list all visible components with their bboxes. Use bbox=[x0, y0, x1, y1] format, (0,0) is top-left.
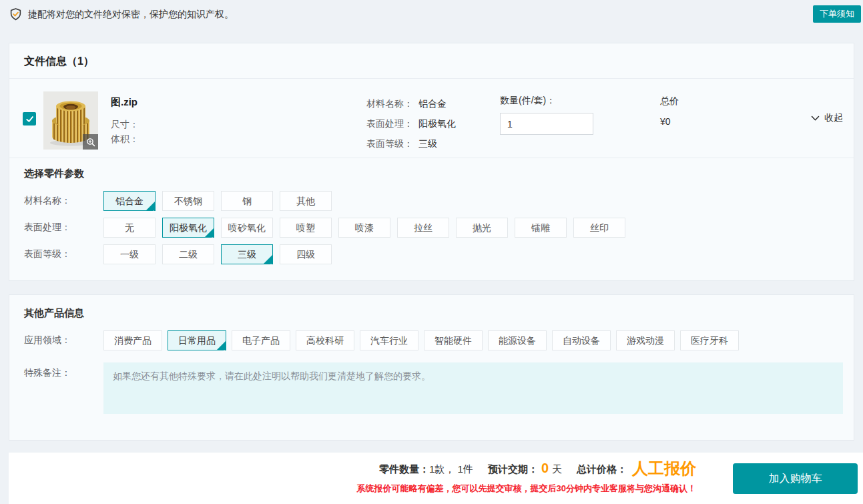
surface-option[interactable]: 喷砂氧化 bbox=[221, 218, 273, 238]
surface-grade-options: 一级 二级 三级 四级 bbox=[103, 244, 338, 264]
part-checkbox[interactable] bbox=[23, 112, 36, 125]
material-row-label: 材料名称： bbox=[24, 195, 103, 207]
surface-option[interactable]: 喷塑 bbox=[280, 218, 332, 238]
other-info-card: 其他产品信息 应用领域： 消费产品 日常用品 电子产品 高校科研 汽车行业 智能… bbox=[9, 294, 854, 441]
application-option[interactable]: 消费产品 bbox=[103, 330, 162, 350]
checkout-footer: 零件数量：1款， 1件预计交期：0天总计价格：人工报价 系统报价可能略有偏差，您… bbox=[9, 453, 863, 504]
application-option[interactable]: 能源设备 bbox=[488, 330, 547, 350]
delivery-unit: 天 bbox=[552, 463, 562, 475]
summary-line: 零件数量：1款， 1件预计交期：0天总计价格：人工报价 bbox=[357, 458, 696, 479]
surface-option[interactable]: 抛光 bbox=[456, 218, 508, 238]
application-option[interactable]: 电子产品 bbox=[232, 330, 290, 350]
material-option[interactable]: 铝合金 bbox=[103, 191, 156, 211]
detail-value: 阳极氧化 bbox=[418, 118, 456, 129]
grade-option[interactable]: 二级 bbox=[162, 244, 214, 264]
total-price-label: 总价 bbox=[660, 95, 679, 107]
application-option[interactable]: 高校科研 bbox=[296, 330, 354, 350]
application-option[interactable]: 智能硬件 bbox=[424, 330, 483, 350]
quote-warning-text: 系统报价可能略有偏差，您可以先提交审核，提交后30分钟内专业客服将与您沟通确认！ bbox=[357, 483, 696, 495]
application-option[interactable]: 日常用品 bbox=[168, 330, 226, 350]
dimension-label: 尺寸： bbox=[111, 117, 139, 132]
params-section-title: 选择零件参数 bbox=[24, 168, 854, 180]
collapse-label: 收起 bbox=[824, 112, 843, 124]
application-option[interactable]: 汽车行业 bbox=[360, 330, 418, 350]
add-to-cart-button[interactable]: 加入购物车 bbox=[733, 463, 858, 494]
surface-treatment-options: 无 阳极氧化 喷砂氧化 喷塑 喷漆 拉丝 抛光 镭雕 丝印 bbox=[103, 218, 632, 238]
other-info-title: 其他产品信息 bbox=[24, 307, 854, 320]
magnifier-zoom-icon[interactable] bbox=[83, 134, 98, 150]
security-notice: 捷配将对您的文件绝对保密，保护您的知识产权。 bbox=[9, 8, 234, 21]
topbar: 捷配将对您的文件绝对保密，保护您的知识产权。 下单须知 bbox=[0, 0, 863, 32]
material-option[interactable]: 其他 bbox=[280, 191, 332, 211]
remark-textarea[interactable] bbox=[103, 362, 843, 414]
detail-value: 铝合金 bbox=[418, 98, 447, 109]
total-price-label: 总计价格： bbox=[577, 463, 627, 475]
detail-grade: 表面等级：三级 bbox=[366, 134, 456, 154]
detail-label: 表面处理： bbox=[366, 118, 413, 129]
quantity-block: 数量(件/套)： bbox=[500, 94, 593, 135]
surface-option[interactable]: 丝印 bbox=[573, 218, 625, 238]
shield-check-icon bbox=[9, 8, 22, 21]
part-count-value: 1款， 1件 bbox=[429, 463, 473, 475]
file-info-title: 文件信息（1） bbox=[9, 43, 854, 79]
grade-option[interactable]: 一级 bbox=[103, 244, 156, 264]
part-thumbnail[interactable] bbox=[43, 91, 98, 150]
part-count-label: 零件数量： bbox=[379, 463, 429, 475]
manual-quote-value: 人工报价 bbox=[632, 459, 696, 477]
part-detail-summary: 材料名称：铝合金 表面处理：阳极氧化 表面等级：三级 bbox=[366, 93, 456, 154]
check-icon bbox=[25, 115, 34, 123]
delivery-days-value: 0 bbox=[541, 461, 549, 475]
file-info-card: 文件信息（1） bbox=[9, 43, 854, 281]
surface-option[interactable]: 无 bbox=[103, 218, 156, 238]
total-price-value: ¥0 bbox=[660, 116, 679, 127]
detail-surface: 表面处理：阳极氧化 bbox=[366, 113, 456, 134]
surface-option[interactable]: 喷漆 bbox=[338, 218, 390, 238]
volume-label: 体积： bbox=[111, 132, 139, 146]
file-meta: 图.zip 尺寸： 体积： bbox=[111, 96, 139, 146]
surface-grade-row: 表面等级： 一级 二级 三级 四级 bbox=[24, 244, 854, 264]
surface-option[interactable]: 拉丝 bbox=[397, 218, 449, 238]
application-option[interactable]: 游戏动漫 bbox=[616, 330, 675, 350]
detail-label: 表面等级： bbox=[366, 138, 413, 149]
detail-value: 三级 bbox=[418, 138, 437, 149]
order-notice-button[interactable]: 下单须知 bbox=[813, 5, 861, 23]
grade-option[interactable]: 四级 bbox=[280, 244, 332, 264]
delivery-label: 预计交期： bbox=[488, 463, 538, 475]
surface-option[interactable]: 镭雕 bbox=[515, 218, 567, 238]
detail-label: 材料名称： bbox=[366, 98, 413, 109]
remark-row: 特殊备注： bbox=[24, 362, 854, 414]
total-price-block: 总价 ¥0 bbox=[660, 95, 679, 127]
quantity-input[interactable] bbox=[500, 113, 593, 135]
grade-option[interactable]: 三级 bbox=[221, 244, 273, 264]
detail-material: 材料名称：铝合金 bbox=[366, 93, 456, 113]
order-summary: 零件数量：1款， 1件预计交期：0天总计价格：人工报价 系统报价可能略有偏差，您… bbox=[357, 458, 696, 495]
material-row: 材料名称： 铝合金 不锈钢 钢 其他 bbox=[24, 191, 854, 211]
part-params-section: 选择零件参数 材料名称： 铝合金 不锈钢 钢 其他 表面处理： 无 阳极氧化 喷… bbox=[9, 158, 854, 264]
chevron-down-icon bbox=[811, 115, 820, 121]
remark-label: 特殊备注： bbox=[24, 362, 103, 414]
part-row: 图.zip 尺寸： 体积： 材料名称：铝合金 表面处理：阳极氧化 表面等级：三级… bbox=[9, 79, 854, 158]
application-option[interactable]: 医疗牙科 bbox=[680, 330, 739, 350]
material-option[interactable]: 不锈钢 bbox=[162, 191, 214, 211]
material-option[interactable]: 钢 bbox=[221, 191, 273, 211]
quantity-label: 数量(件/套)： bbox=[500, 95, 555, 105]
collapse-toggle[interactable]: 收起 bbox=[811, 112, 843, 124]
material-options: 铝合金 不锈钢 钢 其他 bbox=[103, 191, 338, 211]
surface-option[interactable]: 阳极氧化 bbox=[162, 218, 214, 238]
application-row: 应用领域： 消费产品 日常用品 电子产品 高校科研 汽车行业 智能硬件 能源设备… bbox=[24, 330, 854, 350]
surface-treatment-row: 表面处理： 无 阳极氧化 喷砂氧化 喷塑 喷漆 拉丝 抛光 镭雕 丝印 bbox=[24, 218, 854, 238]
surface-treatment-row-label: 表面处理： bbox=[24, 222, 103, 234]
application-options: 消费产品 日常用品 电子产品 高校科研 汽车行业 智能硬件 能源设备 自动设备 … bbox=[103, 330, 744, 350]
application-option[interactable]: 自动设备 bbox=[552, 330, 611, 350]
file-name: 图.zip bbox=[111, 96, 139, 109]
security-notice-text: 捷配将对您的文件绝对保密，保护您的知识产权。 bbox=[28, 9, 234, 21]
surface-grade-row-label: 表面等级： bbox=[24, 248, 103, 260]
application-row-label: 应用领域： bbox=[24, 334, 103, 346]
